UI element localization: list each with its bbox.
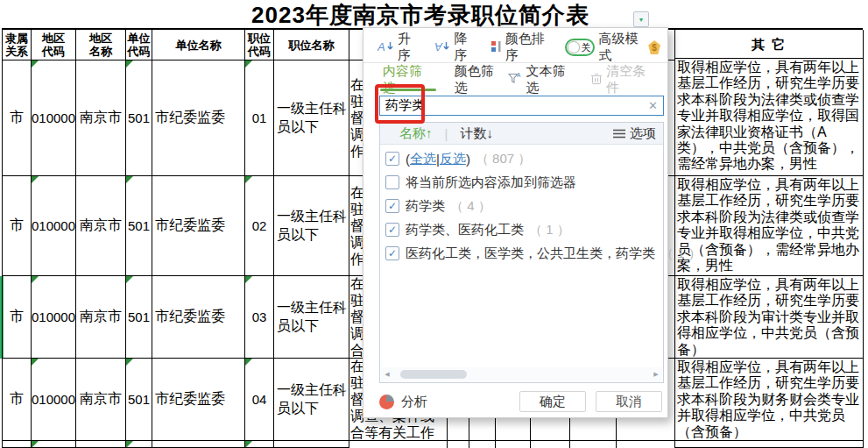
col-header-post-name[interactable]: 职位名称	[274, 30, 349, 60]
cell-post-code[interactable]: 03	[245, 276, 274, 359]
count-column-label: 计数	[460, 125, 486, 140]
cell-post-code[interactable]: 01	[245, 60, 274, 176]
analyze-label: 分析	[401, 394, 427, 410]
col-header-unit-name[interactable]: 单位名称	[152, 30, 245, 60]
col-header-post-code[interactable]: 职位 代码	[245, 30, 274, 60]
pie-chart-icon	[379, 395, 394, 409]
scroll-left-icon[interactable]: ◀	[381, 371, 393, 378]
cell-unit-name[interactable]: 市纪委监委	[152, 359, 245, 441]
cell-other[interactable]: 取得相应学位，具有两年以上基层工作经历，研究生学历要求本科阶段为审计类专业并取得…	[675, 276, 864, 359]
clear-filter-button[interactable]: 清空条件	[590, 63, 659, 96]
clear-filter-label: 清空条件	[606, 63, 659, 96]
checkbox-checked[interactable]: ✓	[385, 199, 399, 213]
checkbox-checked[interactable]: ✓	[385, 246, 399, 260]
options-button[interactable]: 选项	[613, 125, 656, 142]
checkbox-checked[interactable]: ✓	[385, 223, 399, 237]
cell-region-name[interactable]: 南京市	[76, 276, 126, 359]
col-header-other[interactable]: 其 它	[675, 30, 864, 59]
analyze-button[interactable]: 分析	[379, 394, 427, 410]
cell-post-code[interactable]: 04	[245, 359, 274, 441]
cell-other[interactable]: 取得相应学位，具有两年以上基层工作经历，研究生学历要求本科阶段为法律类或侦查学专…	[675, 59, 864, 176]
text-filter-button[interactable]: A 文本筛选	[507, 63, 579, 96]
cell-post-code[interactable]: 02	[245, 176, 274, 276]
premium-badge-icon: $	[648, 40, 660, 54]
cell-region-code[interactable]: 010000	[32, 276, 76, 359]
col-header-region-name[interactable]: 地区 名称	[76, 30, 126, 60]
item-count: （ 1 ）	[529, 222, 570, 238]
cell-unit-code[interactable]: 501	[126, 176, 152, 276]
column-filter-dropdown-button[interactable]: ▼	[633, 11, 649, 27]
cell-unit-code[interactable]: 501	[126, 359, 152, 441]
scrollbar-thumb[interactable]	[400, 370, 467, 379]
sort-descending-button[interactable]: A 降序	[434, 31, 474, 64]
list-item-value: ✓ 医药化工类，医学类，公共卫生类，药学类 （ 1 ）	[385, 244, 702, 263]
cell-empty[interactable]	[32, 441, 76, 448]
funnel-icon: A	[507, 71, 522, 89]
cancel-button[interactable]: 取消	[596, 391, 662, 412]
list-item-value: ✓ 药学类、医药化工类 （ 1 ）	[385, 220, 570, 239]
cell-post-name[interactable]: 一级主任科员以下	[274, 276, 349, 359]
count-column-sort[interactable]: 计数↓	[460, 125, 493, 142]
cell-empty[interactable]	[245, 441, 274, 448]
cell-unit-code[interactable]: 501	[126, 60, 152, 176]
col-header-affiliation[interactable]: 隶属 关系	[3, 30, 32, 60]
cell-unit-name[interactable]: 市纪委监委	[152, 276, 245, 359]
cell-empty[interactable]	[3, 441, 32, 448]
cell-affiliation[interactable]: 市	[3, 276, 32, 359]
dropdown-arrow-icon: ▼	[639, 17, 645, 23]
sort-ascending-button[interactable]: A 升序	[378, 31, 418, 64]
scroll-right-icon[interactable]: ▶	[650, 371, 662, 378]
cell-empty[interactable]	[274, 441, 349, 448]
cell-empty[interactable]	[126, 441, 152, 448]
item-label: 将当前所选内容添加到筛选器	[406, 174, 576, 191]
horizontal-scrollbar[interactable]: ◀ ▶	[381, 367, 662, 381]
cell-empty[interactable]	[76, 441, 126, 448]
invert-selection-link[interactable]: 反选	[440, 151, 466, 167]
cell-region-name[interactable]: 南京市	[76, 60, 126, 176]
col-header-unit-code[interactable]: 单位 代码	[126, 30, 152, 60]
cell-other[interactable]: 取得相应学位，具有两年以上基层工作经历，研究生学历要求本科阶段为法律类或侦查学专…	[675, 176, 864, 276]
cell-unit-code[interactable]: 501	[126, 276, 152, 359]
toggle-state-label: 关	[581, 41, 590, 54]
item-count: （ 807 ）	[476, 151, 531, 167]
ok-button[interactable]: 确定	[519, 391, 586, 412]
sort-ascending-icon: A	[378, 39, 394, 56]
item-label: 医药化工类，医学类，公共卫生类，药学类	[406, 245, 655, 262]
cell-region-code[interactable]: 010000	[32, 359, 76, 441]
cell-region-code[interactable]: 010000	[32, 60, 76, 176]
svg-text:A: A	[517, 72, 521, 78]
sort-ascending-label: 升序	[398, 31, 418, 64]
advanced-mode-toggle[interactable]: 关	[565, 39, 594, 56]
checkbox-checked[interactable]: ✓	[385, 152, 399, 166]
down-arrow-icon: ↓	[486, 125, 493, 140]
toggle-knob-icon	[568, 41, 580, 53]
tab-color-filter[interactable]: 颜色筛选	[455, 63, 507, 96]
cell-affiliation[interactable]: 市	[3, 359, 32, 441]
cell-other[interactable]: 取得相应学位，具有两年以上基层工作经历，研究生学历要求本科阶段为财务财会类专业并…	[675, 359, 864, 441]
list-item-add-to-filter: 将当前所选内容添加到筛选器	[385, 173, 576, 192]
cell-post-name[interactable]: 一级主任科员以下	[274, 359, 349, 441]
select-all-link[interactable]: 全选	[410, 151, 436, 167]
checkbox-unchecked[interactable]	[385, 175, 399, 189]
cell-region-name[interactable]: 南京市	[76, 176, 126, 276]
cell-affiliation[interactable]: 市	[3, 176, 32, 276]
name-column-sort[interactable]: 名称↑	[399, 125, 433, 142]
cell-unit-name[interactable]: 市纪委监委	[152, 60, 245, 176]
cell-empty[interactable]	[675, 441, 864, 448]
clear-search-icon[interactable]: ✕	[643, 99, 663, 112]
cell-post-name[interactable]: 一级主任科员以下	[274, 60, 349, 176]
item-count: （ 1 ）	[660, 245, 702, 262]
cell-post-name[interactable]: 一级主任科员以下	[274, 176, 349, 276]
list-header: 名称↑ | 计数↓ 选项	[380, 123, 663, 145]
cell-empty[interactable]	[152, 441, 245, 448]
cell-region-name[interactable]: 南京市	[76, 359, 126, 441]
cell-region-code[interactable]: 010000	[32, 176, 76, 276]
col-header-region-code[interactable]: 地区 代码	[32, 30, 76, 60]
page-title: 2023年度南京市考录职位简介表	[0, 0, 841, 31]
sort-by-color-button[interactable]: 颜色排序	[490, 31, 549, 64]
item-label: 药学类、医药化工类	[406, 222, 524, 238]
sort-by-color-label: 颜色排序	[505, 31, 549, 64]
cell-affiliation[interactable]: 市	[3, 60, 32, 176]
cell-unit-name[interactable]: 市纪委监委	[152, 176, 245, 276]
paren: )	[466, 152, 470, 167]
